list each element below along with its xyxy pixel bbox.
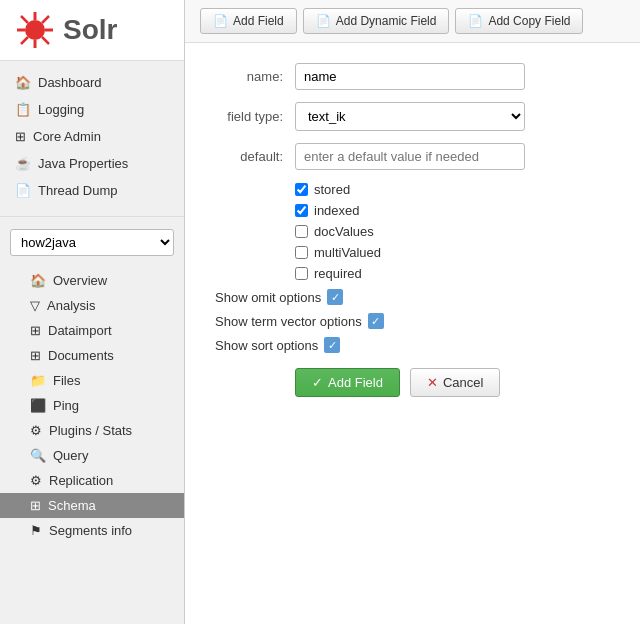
required-row: required — [295, 266, 620, 281]
plugins-icon: ⚙ — [30, 423, 42, 438]
analysis-icon: ▽ — [30, 298, 40, 313]
java-properties-icon: ☕ — [15, 156, 31, 171]
logging-icon: 📋 — [15, 102, 31, 117]
add-field-icon: 📄 — [213, 14, 228, 28]
core-nav-documents[interactable]: ⊞ Documents — [0, 343, 184, 368]
docvalues-checkbox[interactable] — [295, 225, 308, 238]
show-sort-label: Show sort options — [215, 338, 318, 353]
files-icon: 📁 — [30, 373, 46, 388]
sidebar-item-core-admin[interactable]: ⊞ Core Admin — [0, 123, 184, 150]
show-sort-row[interactable]: Show sort options ✓ — [215, 337, 620, 353]
docvalues-row: docValues — [295, 224, 620, 239]
replication-icon: ⚙ — [30, 473, 42, 488]
indexed-label: indexed — [314, 203, 360, 218]
sidebar-item-thread-dump[interactable]: 📄 Thread Dump — [0, 177, 184, 204]
multivalued-row: multiValued — [295, 245, 620, 260]
indexed-checkbox[interactable] — [295, 204, 308, 217]
show-omit-row[interactable]: Show omit options ✓ — [215, 289, 620, 305]
sidebar-item-logging[interactable]: 📋 Logging — [0, 96, 184, 123]
add-field-form: name: field type: text_ik string int lon… — [185, 43, 640, 624]
show-term-vector-row[interactable]: Show term vector options ✓ — [215, 313, 620, 329]
documents-icon: ⊞ — [30, 348, 41, 363]
field-type-label: field type: — [205, 109, 295, 124]
logo-area: Solr — [0, 0, 184, 61]
omit-expand-icon: ✓ — [327, 289, 343, 305]
core-nav: 🏠 Overview ▽ Analysis ⊞ Dataimport ⊞ Doc… — [0, 264, 184, 547]
add-field-check-icon: ✓ — [312, 375, 323, 390]
svg-line-6 — [42, 37, 49, 44]
svg-line-7 — [42, 16, 49, 23]
default-input[interactable] — [295, 143, 525, 170]
add-field-button[interactable]: 📄 Add Field — [200, 8, 297, 34]
core-nav-replication[interactable]: ⚙ Replication — [0, 468, 184, 493]
schema-icon: ⊞ — [30, 498, 41, 513]
core-nav-analysis[interactable]: ▽ Analysis — [0, 293, 184, 318]
sidebar-item-dashboard[interactable]: 🏠 Dashboard — [0, 69, 184, 96]
top-nav: 🏠 Dashboard 📋 Logging ⊞ Core Admin ☕ Jav… — [0, 61, 184, 212]
add-dynamic-field-icon: 📄 — [316, 14, 331, 28]
core-nav-ping[interactable]: ⬛ Ping — [0, 393, 184, 418]
core-selector: how2java — [10, 229, 174, 256]
thread-dump-icon: 📄 — [15, 183, 31, 198]
logo-text: Solr — [63, 14, 117, 46]
add-dynamic-field-button[interactable]: 📄 Add Dynamic Field — [303, 8, 450, 34]
multivalued-label: multiValued — [314, 245, 381, 260]
sort-expand-icon: ✓ — [324, 337, 340, 353]
query-icon: 🔍 — [30, 448, 46, 463]
required-checkbox[interactable] — [295, 267, 308, 280]
add-copy-field-icon: 📄 — [468, 14, 483, 28]
core-nav-plugins-stats[interactable]: ⚙ Plugins / Stats — [0, 418, 184, 443]
default-label: default: — [205, 149, 295, 164]
name-input[interactable] — [295, 63, 525, 90]
action-buttons: ✓ Add Field ✕ Cancel — [295, 368, 620, 397]
overview-icon: 🏠 — [30, 273, 46, 288]
required-label: required — [314, 266, 362, 281]
name-label: name: — [205, 69, 295, 84]
default-row: default: — [205, 143, 620, 170]
show-term-vector-label: Show term vector options — [215, 314, 362, 329]
stored-checkbox[interactable] — [295, 183, 308, 196]
stored-label: stored — [314, 182, 350, 197]
sidebar: Solr 🏠 Dashboard 📋 Logging ⊞ Core Admin … — [0, 0, 185, 624]
cancel-button[interactable]: ✕ Cancel — [410, 368, 500, 397]
dataimport-icon: ⊞ — [30, 323, 41, 338]
core-nav-dataimport[interactable]: ⊞ Dataimport — [0, 318, 184, 343]
main-content: 📄 Add Field 📄 Add Dynamic Field 📄 Add Co… — [185, 0, 640, 624]
name-row: name: — [205, 63, 620, 90]
indexed-row: indexed — [295, 203, 620, 218]
segments-icon: ⚑ — [30, 523, 42, 538]
multivalued-checkbox[interactable] — [295, 246, 308, 259]
core-nav-segments-info[interactable]: ⚑ Segments info — [0, 518, 184, 543]
core-nav-schema[interactable]: ⊞ Schema — [0, 493, 184, 518]
core-admin-icon: ⊞ — [15, 129, 26, 144]
core-nav-query[interactable]: 🔍 Query — [0, 443, 184, 468]
sidebar-item-java-properties[interactable]: ☕ Java Properties — [0, 150, 184, 177]
add-field-submit-button[interactable]: ✓ Add Field — [295, 368, 400, 397]
term-vector-expand-icon: ✓ — [368, 313, 384, 329]
core-nav-overview[interactable]: 🏠 Overview — [0, 268, 184, 293]
stored-row: stored — [295, 182, 620, 197]
toolbar: 📄 Add Field 📄 Add Dynamic Field 📄 Add Co… — [185, 0, 640, 43]
cancel-x-icon: ✕ — [427, 375, 438, 390]
checkboxes-area: stored indexed docValues multiValued req… — [295, 182, 620, 281]
docvalues-label: docValues — [314, 224, 374, 239]
ping-icon: ⬛ — [30, 398, 46, 413]
show-omit-label: Show omit options — [215, 290, 321, 305]
field-type-select[interactable]: text_ik string int long float double boo… — [295, 102, 525, 131]
add-copy-field-button[interactable]: 📄 Add Copy Field — [455, 8, 583, 34]
core-select[interactable]: how2java — [10, 229, 174, 256]
core-nav-files[interactable]: 📁 Files — [0, 368, 184, 393]
dashboard-icon: 🏠 — [15, 75, 31, 90]
svg-line-8 — [21, 37, 28, 44]
svg-line-5 — [21, 16, 28, 23]
solr-logo-icon — [15, 10, 55, 50]
field-type-row: field type: text_ik string int long floa… — [205, 102, 620, 131]
